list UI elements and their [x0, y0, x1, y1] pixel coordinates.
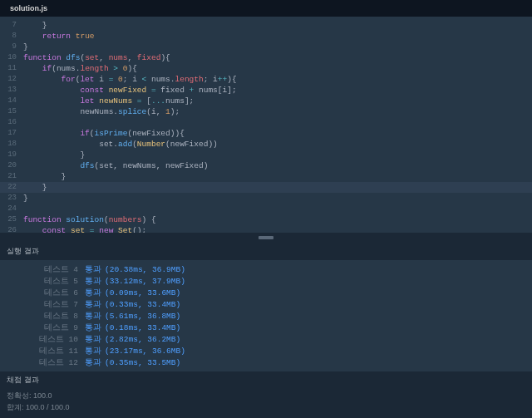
test-label: 테스트 8: [38, 311, 78, 322]
test-metrics: (0.09ms, 33.6MB): [105, 288, 180, 298]
test-metrics: (23.17ms, 36.6MB): [105, 347, 185, 356]
test-metrics: (2.82ms, 36.2MB): [105, 335, 180, 344]
code-line[interactable]: 17 if(isPrime(newFixed)){: [0, 128, 532, 139]
code-line[interactable]: 21 }: [0, 171, 532, 182]
panel-divider[interactable]: [0, 233, 532, 243]
test-status: 통과: [85, 334, 101, 345]
code-line[interactable]: 12 for(let i = 0; i < nums.length; i++){: [0, 74, 532, 85]
test-result-row: 테스트 4통과(20.38ms, 36.9MB): [0, 263, 532, 275]
code-line[interactable]: 11 if(nums.length > 0){: [0, 63, 532, 74]
test-result-row: 테스트 10통과(2.82ms, 36.2MB): [0, 333, 532, 345]
code-content: function dfs(set, nums, fixed){: [23, 52, 170, 63]
test-result-row: 테스트 11통과(23.17ms, 36.6MB): [0, 345, 532, 357]
line-number: 19: [0, 150, 23, 160]
line-number: 12: [0, 74, 23, 85]
code-content: for(let i = 0; i < nums.length; i++){: [23, 74, 237, 85]
code-line[interactable]: 26 const set = new Set();: [0, 225, 532, 233]
test-metrics: (0.33ms, 33.4MB): [105, 300, 180, 309]
line-number: 25: [0, 214, 23, 225]
line-number: 24: [0, 204, 23, 214]
test-label: 테스트 7: [38, 299, 78, 310]
code-content: const newFixed = fixed + nums[i];: [23, 85, 237, 96]
code-line[interactable]: 7 }: [0, 20, 532, 31]
code-line[interactable]: 18 set.add(Number(newFixed)): [0, 139, 532, 150]
code-editor[interactable]: 7 }8 return true9}10function dfs(set, nu…: [0, 17, 532, 233]
tab-bar: solution.js: [0, 0, 532, 17]
test-result-row: 테스트 9통과(0.18ms, 33.4MB): [0, 322, 532, 333]
code-line[interactable]: 25function solution(numbers) {: [0, 214, 532, 225]
test-result-row: 테스트 5통과(33.12ms, 37.9MB): [0, 275, 532, 287]
results-header: 실행 결과: [0, 243, 532, 260]
test-metrics: (33.12ms, 37.9MB): [105, 277, 185, 286]
line-number: 18: [0, 139, 23, 150]
line-number: 14: [0, 96, 23, 106]
accuracy-label: 정확성:: [7, 391, 32, 400]
code-line[interactable]: 20 dfs(set, newNums, newFixed): [0, 160, 532, 171]
file-tab[interactable]: solution.js: [0, 4, 57, 12]
code-content: const set = new Set();: [23, 225, 146, 233]
test-result-row: 테스트 12통과(0.35ms, 33.5MB): [0, 357, 532, 368]
line-number: 10: [0, 52, 23, 63]
test-result-row: 테스트 8통과(5.61ms, 36.8MB): [0, 310, 532, 322]
code-line[interactable]: 9}: [0, 42, 532, 52]
line-number: 9: [0, 42, 23, 52]
code-line[interactable]: 15 newNums.splice(i, 1);: [0, 106, 532, 117]
results-panel[interactable]: 테스트 4통과(20.38ms, 36.9MB)테스트 5통과(33.12ms,…: [0, 260, 532, 371]
test-metrics: (0.35ms, 33.5MB): [105, 358, 180, 367]
test-label: 테스트 9: [38, 322, 78, 333]
code-content: let newNums = [...nums];: [23, 96, 194, 106]
line-number: 11: [0, 63, 23, 74]
test-label: 테스트 12: [38, 357, 78, 368]
code-line[interactable]: 22 }: [0, 182, 532, 193]
code-content: newNums.splice(i, 1);: [23, 106, 180, 117]
test-label: 테스트 6: [38, 288, 78, 298]
line-number: 13: [0, 85, 23, 96]
test-status: 통과: [85, 288, 101, 298]
score-header: 채점 결과: [0, 371, 532, 389]
code-content: }: [23, 20, 47, 31]
accuracy-value: 100.0: [33, 391, 52, 400]
test-label: 테스트 10: [38, 334, 78, 345]
test-result-row: 테스트 7통과(0.33ms, 33.4MB): [0, 298, 532, 310]
line-number: 7: [0, 20, 23, 31]
code-line[interactable]: 19 }: [0, 150, 532, 160]
test-status: 통과: [85, 357, 101, 368]
test-result-row: 테스트 6통과(0.09ms, 33.6MB): [0, 287, 532, 298]
code-content: if(isPrime(newFixed)){: [23, 128, 185, 139]
line-number: 17: [0, 128, 23, 139]
code-line[interactable]: 24: [0, 204, 532, 214]
code-content: return true: [23, 31, 95, 42]
score-body: 정확성: 100.0 합계: 100.0 / 100.0: [0, 389, 532, 418]
line-number: 21: [0, 171, 23, 182]
code-line[interactable]: 23}: [0, 193, 532, 204]
test-status: 통과: [85, 322, 101, 333]
code-content: }: [23, 42, 28, 52]
line-number: 26: [0, 225, 23, 233]
line-number: 23: [0, 193, 23, 204]
total-label: 합계:: [7, 403, 24, 411]
code-content: }: [23, 171, 66, 182]
line-number: 16: [0, 117, 23, 128]
code-line[interactable]: 13 const newFixed = fixed + nums[i];: [0, 85, 532, 96]
line-number: 15: [0, 106, 23, 117]
code-content: }: [23, 150, 85, 160]
code-line[interactable]: 10function dfs(set, nums, fixed){: [0, 52, 532, 63]
line-number: 8: [0, 31, 23, 42]
test-status: 통과: [85, 299, 101, 310]
test-label: 테스트 11: [38, 346, 78, 357]
drag-handle-icon: [259, 236, 273, 239]
code-line[interactable]: 8 return true: [0, 31, 532, 42]
code-line[interactable]: 16: [0, 117, 532, 128]
test-label: 테스트 4: [38, 264, 78, 275]
test-status: 통과: [85, 311, 101, 322]
code-line[interactable]: 14 let newNums = [...nums];: [0, 96, 532, 106]
test-status: 통과: [85, 346, 101, 357]
line-number: 20: [0, 160, 23, 171]
code-content: function solution(numbers) {: [23, 214, 156, 225]
code-content: }: [23, 193, 28, 204]
line-number: 22: [0, 182, 23, 193]
test-label: 테스트 5: [38, 276, 78, 287]
test-metrics: (0.18ms, 33.4MB): [105, 323, 180, 332]
code-content: if(nums.length > 0){: [23, 63, 137, 74]
code-content: set.add(Number(newFixed)): [23, 139, 218, 150]
